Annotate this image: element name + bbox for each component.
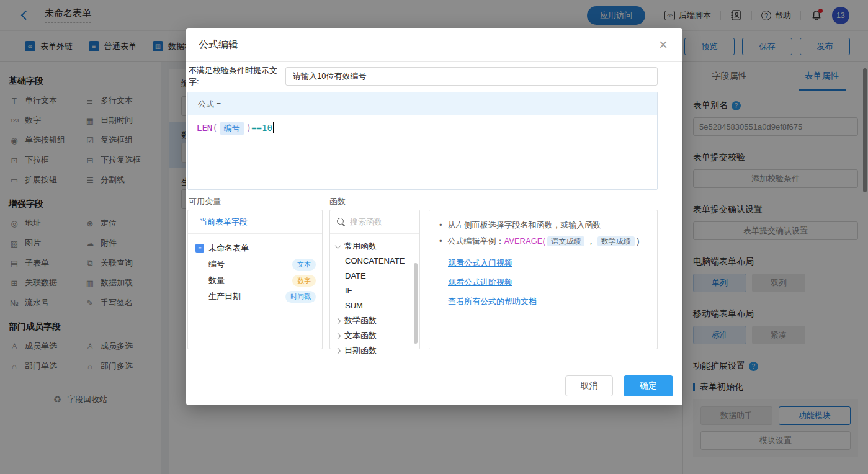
tip-text-input[interactable] xyxy=(285,67,658,86)
help-body: • 从左侧面板选择字段名和函数，或输入函数 • 公式编辑举例：AVERAGE( … xyxy=(429,210,657,314)
example-prefix: 公式编辑举例： xyxy=(448,236,504,246)
close-icon[interactable]: × xyxy=(659,37,668,52)
help-tip-2: • 公式编辑举例：AVERAGE( 语文成绩 ， 数学成绩 ) xyxy=(439,233,647,249)
modal-header: 公式编辑 × xyxy=(186,28,682,62)
chevron-right-icon xyxy=(335,347,341,354)
help-links: 观看公式入门视频 观看公式进阶视频 查看所有公式的帮助文档 xyxy=(439,257,647,307)
link-help-docs[interactable]: 查看所有公式的帮助文档 xyxy=(448,296,647,307)
tree-root-form[interactable]: ≡ 未命名表单 xyxy=(195,240,316,256)
link-advanced-video[interactable]: 观看公式进阶视频 xyxy=(448,277,647,288)
cancel-button[interactable]: 取消 xyxy=(565,375,613,396)
current-form-fields-tab[interactable]: 当前表单字段 xyxy=(188,210,322,234)
field-name: 编号 xyxy=(208,259,225,270)
function-group-text[interactable]: 文本函数 xyxy=(336,328,419,343)
search-icon xyxy=(337,218,345,226)
function-search-row xyxy=(330,210,419,234)
field-type-badge: 时间戳 xyxy=(285,291,316,303)
formula-editor[interactable]: LEN(编号)==10 xyxy=(188,115,657,189)
help-tip-1: • 从左侧面板选择字段名和函数，或输入函数 xyxy=(439,217,647,233)
function-group-math[interactable]: 数学函数 xyxy=(336,313,419,328)
function-group-date[interactable]: 日期函数 xyxy=(336,343,419,358)
formula-field-chip[interactable]: 编号 xyxy=(220,122,244,135)
variables-box: 当前表单字段 ≡ 未命名表单 编号 文本 数量 数字 生产日期 时间戳 xyxy=(187,210,323,349)
bullet-icon: • xyxy=(439,217,442,233)
field-name: 数量 xyxy=(208,275,225,286)
tip-text-label: 不满足校验条件时提示文字: xyxy=(189,65,285,87)
group-label: 常用函数 xyxy=(344,241,377,252)
functions-panel-label: 函数 xyxy=(329,196,346,207)
formula-close-paren: ) xyxy=(246,123,251,133)
fn-item-concatenate[interactable]: CONCATENATE xyxy=(336,254,419,269)
bullet-icon: • xyxy=(439,233,442,249)
confirm-button[interactable]: 确定 xyxy=(624,375,673,396)
example-chip-chinese: 语文成绩 xyxy=(547,236,584,246)
formula-header: 公式 = xyxy=(188,92,657,115)
chevron-right-icon xyxy=(335,333,341,339)
form-doc-icon: ≡ xyxy=(195,244,204,253)
example-suffix: ) xyxy=(637,236,639,246)
formula-block: 公式 = LEN(编号)==10 xyxy=(187,92,658,190)
link-intro-video[interactable]: 观看公式入门视频 xyxy=(448,257,647,269)
function-group-common[interactable]: 常用函数 xyxy=(336,239,419,254)
modal-title: 公式编辑 xyxy=(199,38,238,51)
field-name: 生产日期 xyxy=(208,291,241,302)
variables-panel-label: 可用变量 xyxy=(189,196,221,207)
example-chip-math: 数学成绩 xyxy=(597,236,635,246)
text-cursor xyxy=(273,122,274,133)
group-label: 文本函数 xyxy=(344,330,377,341)
tip-text-row: 不满足校验条件时提示文字: xyxy=(189,67,658,86)
help-tip-text: 从左侧面板选择字段名和函数，或输入函数 xyxy=(448,217,601,233)
help-box: • 从左侧面板选择字段名和函数，或输入函数 • 公式编辑举例：AVERAGE( … xyxy=(429,210,658,349)
field-type-badge: 文本 xyxy=(292,259,316,271)
formula-function-token: LEN xyxy=(197,123,212,133)
fn-item-if[interactable]: IF xyxy=(336,284,419,298)
variable-field-number[interactable]: 编号 文本 xyxy=(195,256,316,272)
formula-operator-token: ==10 xyxy=(251,123,272,133)
example-function: AVERAGE( xyxy=(504,236,545,246)
formula-edit-modal: 公式编辑 × 不满足校验条件时提示文字: 公式 = LEN(编号)==10 可用… xyxy=(186,28,682,405)
fn-item-date[interactable]: DATE xyxy=(336,269,419,284)
fn-item-sum[interactable]: SUM xyxy=(336,298,419,313)
variables-tree: ≡ 未命名表单 编号 文本 数量 数字 生产日期 时间戳 xyxy=(188,234,322,305)
field-type-badge: 数字 xyxy=(292,275,316,287)
chevron-down-icon xyxy=(335,243,341,249)
formula-open-paren: ( xyxy=(212,123,217,133)
tree-form-name: 未命名表单 xyxy=(208,243,249,254)
variable-field-quantity[interactable]: 数量 数字 xyxy=(195,272,316,288)
group-label: 日期函数 xyxy=(344,345,377,356)
group-label: 数学函数 xyxy=(344,315,377,326)
function-tree: 常用函数 CONCATENATE DATE IF SUM 数学函数 文本函数 日… xyxy=(330,234,419,358)
chevron-right-icon xyxy=(335,318,341,324)
variable-field-date[interactable]: 生产日期 时间戳 xyxy=(195,288,316,305)
function-list-scrollbar[interactable] xyxy=(414,263,418,344)
function-search-input[interactable] xyxy=(350,217,406,226)
functions-box: 常用函数 CONCATENATE DATE IF SUM 数学函数 文本函数 日… xyxy=(329,210,420,349)
help-example: 公式编辑举例：AVERAGE( 语文成绩 ， 数学成绩 ) xyxy=(448,233,640,249)
example-comma: ， xyxy=(587,236,595,246)
